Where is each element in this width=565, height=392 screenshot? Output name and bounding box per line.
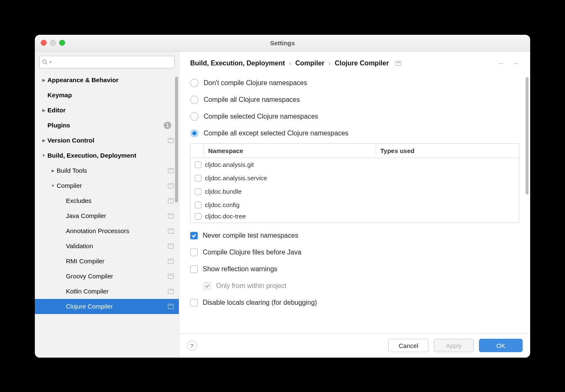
scrollbar[interactable] xyxy=(175,77,178,202)
sidebar-item-annotation-processors[interactable]: Annotation Processors xyxy=(35,223,179,239)
sidebar-item-java-compiler[interactable]: Java Compiler xyxy=(35,208,179,223)
check-before-java[interactable]: Compile Clojure files before Java xyxy=(190,244,519,261)
sidebar-item-rmi-compiler[interactable]: RMI Compiler xyxy=(35,254,179,269)
chevron-icon: ▶ xyxy=(49,169,57,173)
tree-label: Keymap xyxy=(47,91,174,99)
check-disable-locals[interactable]: Disable locals clearing (for debugging) xyxy=(190,294,519,311)
minimize-icon[interactable] xyxy=(50,40,56,46)
tree-label: Compiler xyxy=(57,182,165,189)
chevron-icon: ▶ xyxy=(40,108,47,112)
radio-option-1[interactable]: Compile all Clojure namespaces xyxy=(190,91,519,108)
breadcrumb-seg[interactable]: Build, Execution, Deployment xyxy=(190,60,285,67)
tree-label: Validation xyxy=(66,242,165,249)
scrollbar[interactable] xyxy=(526,77,528,195)
sidebar-item-appearance-behavior[interactable]: ▶Appearance & Behavior xyxy=(35,73,179,88)
search-input[interactable]: ▾ xyxy=(39,56,175,68)
project-scope-icon xyxy=(168,168,174,173)
chevron-down-icon: ▾ xyxy=(50,60,52,64)
radio[interactable] xyxy=(190,79,199,87)
radio-option-0[interactable]: Don't compile Clojure namespaces xyxy=(190,75,519,91)
checkbox xyxy=(204,282,211,290)
radio[interactable] xyxy=(190,112,199,121)
sidebar-item-version-control[interactable]: ▶Version Control xyxy=(35,133,179,148)
radio-option-2[interactable]: Compile selected Clojure namespaces xyxy=(190,108,519,125)
sidebar-item-clojure-compiler[interactable]: Clojure Compiler xyxy=(35,299,179,314)
sidebar-item-groovy-compiler[interactable]: Groovy Compiler xyxy=(35,269,179,284)
namespace-table: Namespace Types used cljdoc.analysis.git… xyxy=(190,143,519,223)
sidebar-item-compiler[interactable]: ▼Compiler xyxy=(35,178,179,193)
badge: 1 xyxy=(164,122,171,129)
table-row[interactable]: cljdoc.doc-tree xyxy=(191,212,519,221)
checkbox[interactable] xyxy=(190,249,198,256)
sidebar-item-kotlin-compiler[interactable]: Kotlin Compiler xyxy=(35,284,179,299)
col-types[interactable]: Types used xyxy=(376,144,519,158)
project-scope-icon xyxy=(168,228,174,234)
forward-button[interactable]: → xyxy=(512,59,519,68)
content-area: Don't compile Clojure namespacesCompile … xyxy=(179,73,530,333)
tree-label: RMI Compiler xyxy=(66,257,165,265)
check-reflection[interactable]: Show reflection warnings xyxy=(190,261,519,278)
checkbox[interactable] xyxy=(195,161,201,168)
project-scope-icon xyxy=(168,274,174,279)
project-scope-icon xyxy=(395,61,401,66)
project-scope-icon xyxy=(168,183,174,188)
tree-label: Kotlin Compiler xyxy=(66,288,165,295)
project-scope-icon xyxy=(168,244,174,249)
cancel-button[interactable]: Cancel xyxy=(388,339,429,352)
checkbox[interactable] xyxy=(195,175,201,182)
tree-label: Build Tools xyxy=(57,167,165,174)
apply-button[interactable]: Apply xyxy=(434,339,474,352)
settings-tree[interactable]: ▶Appearance & BehaviorKeymap▶EditorPlugi… xyxy=(35,73,179,358)
check-never-test[interactable]: Never compile test namespaces xyxy=(190,227,519,244)
settings-window: Settings ▾ ▶Appearance & BehaviorKeymap▶… xyxy=(35,35,530,358)
project-scope-icon xyxy=(168,304,174,309)
table-row[interactable]: cljdoc.config xyxy=(191,198,519,212)
checkbox[interactable] xyxy=(195,202,201,208)
window-controls xyxy=(41,40,65,46)
tree-label: Appearance & Behavior xyxy=(47,76,174,83)
namespace-label: cljdoc.analysis.service xyxy=(205,174,267,182)
radio-label: Compile all except selected Clojure name… xyxy=(204,130,348,137)
radio-option-3[interactable]: Compile all except selected Clojure name… xyxy=(190,125,519,142)
radio[interactable] xyxy=(190,96,199,104)
close-icon[interactable] xyxy=(41,40,47,46)
back-button[interactable]: ← xyxy=(497,59,505,68)
check-label: Disable locals clearing (for debugging) xyxy=(203,299,317,306)
chevron-right-icon: › xyxy=(329,60,331,67)
sidebar-item-build-execution-deployment[interactable]: ▼Build, Execution, Deployment xyxy=(35,148,179,163)
project-scope-icon xyxy=(168,213,174,218)
check-only-project: Only from within project xyxy=(190,278,519,294)
sidebar-item-excludes[interactable]: Excludes xyxy=(35,193,179,208)
checkbox[interactable] xyxy=(190,299,198,306)
chevron-icon: ▼ xyxy=(40,153,47,158)
sidebar: ▾ ▶Appearance & BehaviorKeymap▶EditorPlu… xyxy=(35,52,179,358)
search-field[interactable] xyxy=(53,59,172,65)
sidebar-item-validation[interactable]: Validation xyxy=(35,239,179,254)
help-button[interactable]: ? xyxy=(187,340,197,350)
radio[interactable] xyxy=(190,129,199,138)
ok-button[interactable]: OK xyxy=(479,339,523,352)
radio-label: Compile all Clojure namespaces xyxy=(204,96,300,104)
table-header: Namespace Types used xyxy=(191,144,519,158)
table-row[interactable]: cljdoc.analysis.git xyxy=(191,158,519,171)
zoom-icon[interactable] xyxy=(59,40,65,46)
titlebar: Settings xyxy=(35,35,530,52)
checkbox[interactable] xyxy=(195,213,201,220)
sidebar-item-plugins[interactable]: Plugins1 xyxy=(35,118,179,133)
table-row[interactable]: cljdoc.bundle xyxy=(191,185,519,198)
table-row[interactable]: cljdoc.analysis.service xyxy=(191,171,519,185)
sidebar-item-build-tools[interactable]: ▶Build Tools xyxy=(35,163,179,178)
breadcrumb-seg[interactable]: Compiler xyxy=(295,60,324,67)
search-icon xyxy=(42,59,48,65)
window-title: Settings xyxy=(35,39,530,47)
sidebar-item-editor[interactable]: ▶Editor xyxy=(35,103,179,118)
checkbox[interactable] xyxy=(195,188,201,195)
checkbox[interactable] xyxy=(190,265,198,273)
checkbox[interactable] xyxy=(190,232,198,239)
col-check xyxy=(191,144,204,158)
radio-label: Compile selected Clojure namespaces xyxy=(204,113,318,120)
sidebar-item-keymap[interactable]: Keymap xyxy=(35,88,179,103)
namespace-label: cljdoc.bundle xyxy=(205,188,242,195)
breadcrumb-seg[interactable]: Clojure Compiler xyxy=(335,60,389,67)
col-namespace[interactable]: Namespace xyxy=(204,144,376,158)
